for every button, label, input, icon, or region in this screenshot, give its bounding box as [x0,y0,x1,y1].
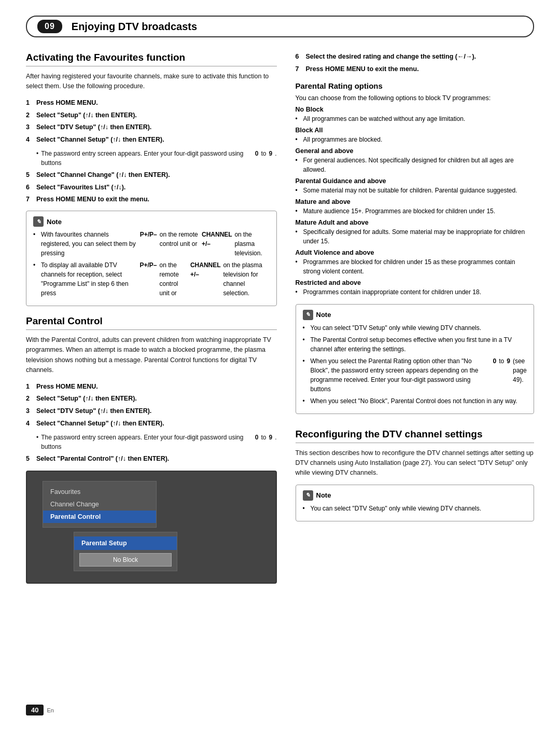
rating-restricted-title: Restricted and above [296,279,534,286]
note-item-1: With favourites channels registered, you… [33,230,270,258]
right-note-3: When you select the Parental Rating opti… [303,356,527,394]
rating-mature: Mature and above Mature audience 15+. Pr… [296,198,534,216]
note-box-reconfig: ✎ Note You can select "DTV Setup" only w… [296,485,534,521]
tv-menu-item-parentalcontrol: Parental Control [43,511,156,523]
note-header-reconfig: ✎ Note [303,490,527,501]
rating-mature-desc: Mature audience 15+. Programmes are bloc… [296,206,534,216]
reconfig-title: Reconfiguring the DTV channel settings [296,429,534,443]
steps-list-parental: 1 Press HOME MENU. 2 Select "Setup" (↑/↓… [26,382,277,464]
left-column: Activating the Favourites function After… [26,52,277,584]
tv-submenu-item-noblock: No Block [79,553,172,567]
rating-av-desc: Programmes are blocked for children unde… [296,257,534,276]
note-label-reconfig: Note [316,491,331,499]
rating-adult-violence: Adult Violence and above Programmes are … [296,249,534,276]
rating-general: General and above For general audiences.… [296,147,534,174]
note-body-reconfig: You can select "DTV Setup" only while vi… [303,504,527,513]
note-label: Note [47,218,62,226]
tv-menu-item-favourites: Favourites [43,486,156,498]
pc-step-2: 2 Select "Setup" (↑/↓ then ENTER). [26,394,277,404]
note-header-right: ✎ Note [303,310,527,320]
right-column: 6 Select the desired rating and change t… [296,52,534,584]
right-note-1: You can select "DTV Setup" only while vi… [303,323,527,333]
pc-step-3: 3 Select "DTV Setup" (↑/↓ then ENTER). [26,406,277,416]
note-body-right: You can select "DTV Setup" only while vi… [303,323,527,406]
section-parental-rating: Parental Rating options You can choose f… [296,81,534,297]
rc-step-7: 7 Press HOME MENU to exit the menu. [296,64,534,74]
rating-no-block-desc: All programmes can be watched without an… [296,114,534,123]
steps-continued: 6 Select the desired rating and change t… [296,52,534,74]
pc-step-1: 1 Press HOME MENU. [26,382,277,392]
rating-general-desc: For general audiences. Not specifically … [296,156,534,174]
rating-pg-title: Parental Guidance and above [296,177,534,185]
note-icon-right: ✎ [303,310,313,320]
note-box-favourites: ✎ Note With favourites channels register… [26,211,277,306]
section-favourites: Activating the Favourites function After… [26,52,277,306]
section-favourites-desc: After having registered your favourite c… [26,72,277,92]
rc-step-6: 6 Select the desired rating and change t… [296,52,534,62]
pc-step-4-sub: The password entry screen appears. Enter… [36,433,277,451]
parental-rating-desc: You can choose from the following option… [296,94,534,102]
header-title: Enjoying DTV broadcasts [72,21,197,33]
section-parental-control: Parental Control With the Parental Contr… [26,315,277,584]
rating-restricted-desc: Programmes contain inappropriate content… [296,287,534,297]
step-5: 5 Select "Channel Change" (↑/↓ then ENTE… [26,170,277,180]
note-icon-reconfig: ✎ [303,490,313,501]
rating-parental-guidance: Parental Guidance and above Some materia… [296,177,534,195]
section-parental-desc: With the Parental Control, adults can pr… [26,335,277,376]
steps-list-favourites: 1 Press HOME MENU. 2 Select "Setup" (↑/↓… [26,98,277,204]
pc-step-5: 5 Select "Parental Control" (↑/↓ then EN… [26,454,277,464]
chapter-badge: 09 [37,20,62,33]
parental-rating-title: Parental Rating options [296,81,534,90]
note-item-2: To display all available DTV channels fo… [33,260,270,298]
note-body: With favourites channels registered, you… [33,230,270,298]
reconfig-desc: This section describes how to reconfigur… [296,448,534,478]
tv-menu-item-channelchange: Channel Change [43,498,156,511]
tv-submenu-title: Parental Setup [74,536,177,550]
pc-step-4: 4 Select "Channel Setup" (↑/↓ then ENTER… [26,419,277,451]
note-box-right: ✎ Note You can select "DTV Setup" only w… [296,304,534,414]
main-content: Activating the Favourites function After… [26,52,534,584]
rating-no-block-title: No Block [296,106,534,113]
reconfig-note-1: You can select "DTV Setup" only while vi… [303,504,527,513]
tv-menu: Favourites Channel Change Parental Contr… [43,481,157,528]
right-note-2: The Parental Control setup becomes effec… [303,335,527,354]
step-4: 4 Select "Channel Setup" (↑/↓ then ENTER… [26,135,277,168]
page-footer: 40 En [26,705,54,715]
rating-block-all-desc: All programmes are blocked. [296,135,534,144]
rating-mature-adult-title: Mature Adult and above [296,219,534,226]
section-reconfig: Reconfiguring the DTV channel settings T… [296,429,534,521]
step-6: 6 Select "Favourites List" (↑/↓). [26,183,277,192]
step-3: 3 Select "DTV Setup" (↑/↓ then ENTER). [26,122,277,132]
page: 09 Enjoying DTV broadcasts Activating th… [0,0,560,730]
rating-mature-title: Mature and above [296,198,534,205]
rating-mature-adult-desc: Specifically designed for adults. Some m… [296,227,534,246]
note-header: ✎ Note [33,216,270,227]
rating-pg-desc: Some material may not be suitable for ch… [296,186,534,195]
step-4-sub: The password entry screen appears. Enter… [36,149,277,168]
step-7: 7 Press HOME MENU to exit the menu. [26,195,277,204]
section-favourites-title: Activating the Favourites function [26,52,277,66]
rating-general-title: General and above [296,147,534,155]
rating-av-title: Adult Violence and above [296,249,534,256]
note-icon: ✎ [33,216,44,227]
right-note-4: When you select "No Block", Parental Con… [303,396,527,406]
rating-mature-adult: Mature Adult and above Specifically desi… [296,219,534,246]
page-number: 40 [26,705,44,715]
rating-block-all: Block All All programmes are blocked. [296,127,534,144]
step-1: 1 Press HOME MENU. [26,98,277,108]
header-bar: 09 Enjoying DTV broadcasts [26,16,534,37]
section-parental-title: Parental Control [26,315,277,330]
note-label-right: Note [316,311,331,319]
tv-ui-mockup: Favourites Channel Change Parental Contr… [26,471,277,584]
rating-block-all-title: Block All [296,127,534,134]
page-lang: En [47,707,53,713]
tv-submenu: Parental Setup No Block [74,532,177,571]
rating-no-block: No Block All programmes can be watched w… [296,106,534,123]
step-2: 2 Select "Setup" (↑/↓ then ENTER). [26,111,277,120]
rating-restricted: Restricted and above Programmes contain … [296,279,534,297]
